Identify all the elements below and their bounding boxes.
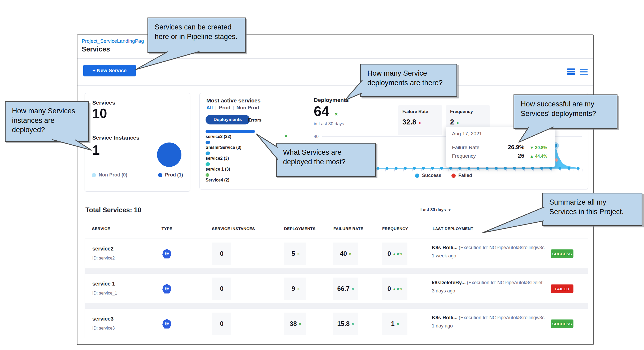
table-rows: service2 ID: service2 ☸ 0 5» 40» 0▲ 0% K… bbox=[85, 239, 588, 338]
callout-summarize: Summarize all my Services in this Projec… bbox=[542, 193, 642, 226]
service-instances-title: Service Instances bbox=[92, 135, 139, 141]
failed-dot-icon bbox=[451, 174, 456, 178]
legend-non-prod: Non Prod (0) bbox=[92, 172, 127, 178]
activity-row: service3 (32) bbox=[206, 130, 296, 139]
tooltip-date: Aug 17, 2021 bbox=[452, 131, 549, 137]
services-card-title: Services bbox=[92, 100, 115, 106]
col-type: TYPE bbox=[162, 226, 172, 231]
deployments-count: 64 bbox=[314, 104, 329, 118]
success-dot-icon bbox=[415, 174, 419, 178]
trend-up-icon: » bbox=[295, 253, 300, 255]
table-row[interactable]: service2 ID: service2 ☸ 0 5» 40» 0▲ 0% K… bbox=[85, 239, 588, 268]
status-badge: SUCCESS bbox=[551, 319, 573, 328]
activity-bar bbox=[206, 162, 210, 166]
trend-up-icon: » bbox=[297, 323, 302, 325]
trend-up-icon: » bbox=[282, 135, 289, 137]
y-axis-tick: 40 bbox=[314, 134, 319, 139]
col-deployments: DEPLOYMENTS bbox=[284, 226, 316, 231]
divider-line bbox=[284, 210, 416, 210]
new-service-button[interactable]: + New Service bbox=[83, 65, 136, 76]
page-title: Services bbox=[82, 45, 110, 53]
services-card: Services 10 Service Instances 1 Non Prod… bbox=[85, 93, 190, 192]
col-instances: SERVICE INSTANCES bbox=[212, 226, 255, 231]
callout-success: How successful are my Services' deployme… bbox=[514, 94, 617, 129]
kubernetes-icon: ☸ bbox=[162, 319, 171, 329]
errors-toggle[interactable]: Errors bbox=[248, 118, 262, 123]
col-service: SERVICE bbox=[92, 226, 110, 231]
trend-up-icon: » bbox=[350, 323, 355, 325]
page: Project_ServiceLandingPag Services + New… bbox=[0, 0, 644, 350]
trend-up-red-icon: » bbox=[417, 122, 422, 124]
activity-bar bbox=[206, 141, 210, 144]
trend-up-icon: » bbox=[455, 122, 460, 124]
deployments-subtitle: in Last 30 days bbox=[314, 121, 344, 127]
legend-prod: Prod (1) bbox=[158, 172, 183, 178]
filter-prod[interactable]: Prod bbox=[219, 105, 230, 110]
non-prod-dot-icon bbox=[92, 173, 96, 177]
table-top-divider bbox=[77, 221, 593, 221]
services-count: 10 bbox=[92, 107, 107, 120]
deployments-toggle[interactable]: Deployments bbox=[206, 115, 250, 124]
callout-instances: How many Services instances are deployed… bbox=[5, 101, 89, 142]
time-range-dropdown[interactable]: Last 30 days▼ bbox=[416, 208, 455, 212]
trend-up-icon: » bbox=[350, 288, 355, 290]
status-badge: FAILED bbox=[551, 284, 573, 293]
table-row[interactable]: service 1 ID: service_1 ☸ 0 9» 66.7» 0▲ … bbox=[85, 274, 588, 303]
trend-up-icon: » bbox=[347, 253, 352, 255]
col-frequency: FREQUENCY bbox=[382, 226, 408, 231]
chart-legend: Success Failed bbox=[415, 173, 472, 178]
callout-create-services: Services can be created here or in Pipel… bbox=[147, 18, 246, 53]
trend-up-icon: » bbox=[333, 113, 340, 116]
legend-success: Success bbox=[415, 173, 441, 178]
card-view-icon[interactable] bbox=[567, 68, 575, 75]
filter-non-prod[interactable]: Non Prod bbox=[236, 105, 259, 110]
tooltip-row: Frequency 26 ▲ 44.4% bbox=[452, 152, 549, 159]
tooltip-divider bbox=[452, 140, 549, 140]
breadcrumb[interactable]: Project_ServiceLandingPag bbox=[82, 38, 144, 44]
callout-most-deployed: What Services are deployed the most? bbox=[276, 143, 376, 177]
col-failure-rate: FAILURE RATE bbox=[333, 226, 363, 231]
total-services: Total Services: 10 bbox=[85, 206, 141, 214]
toolbar-divider bbox=[77, 85, 593, 86]
legend-failed: Failed bbox=[451, 173, 472, 178]
kubernetes-icon: ☸ bbox=[162, 284, 171, 293]
deployments-title: Deployments bbox=[314, 97, 349, 103]
activity-bar bbox=[206, 130, 255, 133]
col-last-deployment: LAST DEPLOYMENT bbox=[433, 226, 473, 231]
instances-pie-chart bbox=[157, 142, 181, 167]
caret-down-icon: ▼ bbox=[448, 208, 451, 212]
list-view-icon[interactable] bbox=[580, 69, 588, 75]
app-window: Project_ServiceLandingPag Services + New… bbox=[77, 34, 594, 345]
env-filters: All|Prod|Non Prod bbox=[206, 105, 259, 111]
status-badge: SUCCESS bbox=[551, 249, 573, 258]
failure-rate-stat: Failure Rate 32.8 » bbox=[398, 105, 442, 135]
trend-up-icon: » bbox=[395, 323, 399, 325]
header-divider bbox=[77, 58, 593, 59]
most-active-title: Most active services bbox=[206, 97, 260, 104]
tooltip-row: Failure Rate 26.9% ▼ 30.8% bbox=[452, 144, 549, 151]
activity-bar bbox=[206, 173, 209, 177]
prod-dot-icon bbox=[158, 173, 162, 177]
trend-up-icon: » bbox=[295, 288, 300, 290]
filter-all[interactable]: All bbox=[206, 105, 213, 110]
range-selector-row: Last 30 days▼ bbox=[284, 208, 587, 212]
callout-deployments: How many Service deployments are there? bbox=[360, 64, 457, 97]
card-divider bbox=[92, 130, 183, 130]
chart-tooltip: Aug 17, 2021 Failure Rate 26.9% ▼ 30.8% … bbox=[446, 127, 555, 167]
table-row[interactable]: service3 ID: service3 ☸ 0 38» 15.8» 1» K… bbox=[85, 309, 588, 338]
kubernetes-icon: ☸ bbox=[162, 249, 171, 258]
activity-bar bbox=[206, 152, 210, 155]
service-instances-count: 1 bbox=[92, 144, 100, 157]
